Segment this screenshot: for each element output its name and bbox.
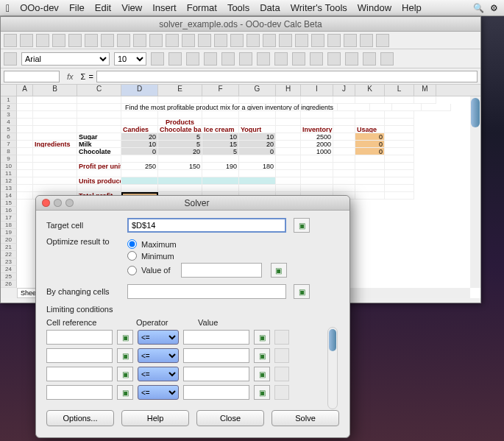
row-header[interactable]: 14 [1, 192, 17, 200]
toolbar-button[interactable] [279, 34, 292, 47]
cond-delete-button[interactable] [274, 348, 289, 363]
menu-data[interactable]: Data [260, 2, 280, 13]
toolbar-button[interactable] [133, 34, 146, 47]
row-header[interactable]: 3 [1, 111, 17, 119]
cond-cellref-input[interactable] [46, 385, 113, 400]
menu-app[interactable]: OOo-dev [20, 2, 59, 13]
row-header[interactable]: 10 [1, 163, 17, 170]
cell[interactable]: 2500 [301, 133, 333, 141]
row-header[interactable]: 9 [1, 155, 17, 163]
col-header[interactable]: B [33, 85, 77, 96]
cell[interactable]: 180 [239, 163, 276, 170]
cell[interactable]: 0 [239, 148, 276, 155]
vertical-scrollbar[interactable] [470, 96, 480, 288]
percent-button[interactable] [292, 52, 305, 66]
cell[interactable]: 150 [158, 163, 202, 170]
shrink-icon[interactable]: ▣ [254, 348, 270, 363]
help-button[interactable]: Help [121, 410, 189, 426]
row-header[interactable]: 17 [1, 214, 17, 222]
cell[interactable]: 20 [239, 141, 276, 148]
col-header[interactable]: G [239, 85, 276, 96]
cond-delete-button[interactable] [274, 367, 289, 381]
cond-value-input[interactable] [183, 330, 249, 345]
cell[interactable]: 0 [121, 148, 158, 155]
menubar-extra-icon[interactable]: ⚙ [490, 3, 498, 13]
row-header[interactable]: 2 [1, 104, 17, 111]
radio-valueof[interactable]: Value of ▣ [127, 263, 287, 278]
cond-operator-select[interactable]: <= [138, 330, 179, 345]
style-button[interactable] [4, 52, 17, 66]
conditions-scrollbar[interactable] [327, 327, 338, 409]
toolbar-button[interactable] [246, 34, 260, 47]
cell[interactable]: 250 [121, 163, 158, 170]
fx-icon[interactable]: fx [63, 72, 78, 81]
toolbar-button[interactable] [214, 34, 227, 47]
shrink-icon[interactable]: ▣ [254, 367, 270, 381]
toolbar-button[interactable] [198, 34, 211, 47]
cells-area[interactable]: Find the most profitable product mix for… [17, 96, 470, 200]
toolbar-button[interactable] [360, 34, 373, 47]
toolbar-button[interactable] [149, 34, 163, 47]
cell[interactable] [158, 177, 202, 185]
cond-operator-select[interactable]: <= [138, 348, 179, 363]
cond-cellref-input[interactable] [46, 367, 113, 381]
align-button[interactable] [239, 52, 252, 66]
format-button[interactable] [363, 52, 376, 66]
valueof-input[interactable] [181, 263, 262, 278]
toolbar-button[interactable] [36, 34, 49, 47]
changing-cells-input[interactable] [127, 284, 286, 299]
row-header[interactable]: 8 [1, 148, 17, 155]
cell[interactable] [121, 177, 158, 185]
toolbar-button[interactable] [327, 34, 341, 47]
menu-insert[interactable]: Insert [152, 2, 177, 13]
align-button[interactable] [204, 52, 217, 66]
shrink-icon[interactable]: ▣ [294, 218, 310, 233]
cond-delete-button[interactable] [274, 330, 289, 345]
cond-cellref-input[interactable] [46, 348, 113, 363]
shrink-icon[interactable]: ▣ [254, 385, 270, 400]
underline-button[interactable] [186, 52, 199, 66]
shrink-icon[interactable]: ▣ [117, 367, 133, 381]
cell[interactable]: 5 [158, 141, 202, 148]
font-name-select[interactable]: Arial [21, 52, 110, 66]
menu-edit[interactable]: Edit [95, 2, 111, 13]
col-header[interactable]: D [121, 85, 158, 96]
dialog-titlebar[interactable]: Solver [36, 196, 349, 211]
font-size-select[interactable]: 10 [114, 52, 146, 66]
row-header[interactable]: 13 [1, 185, 17, 192]
format-button[interactable] [310, 52, 323, 66]
row-header[interactable]: 19 [1, 229, 17, 236]
name-box[interactable] [4, 71, 60, 82]
toolbar-button[interactable] [85, 34, 98, 47]
menu-writers-tools[interactable]: Writer's Tools [291, 2, 347, 13]
cell[interactable]: 10 [121, 141, 158, 148]
toolbar-button[interactable] [182, 34, 195, 47]
cell[interactable] [202, 177, 239, 185]
cell[interactable]: 10 [239, 133, 276, 141]
row-header[interactable]: 26 [1, 281, 17, 288]
cond-value-input[interactable] [183, 348, 249, 363]
toolbar-button[interactable] [230, 34, 244, 47]
cond-operator-select[interactable]: <= [138, 385, 179, 400]
column-headers[interactable]: A B C D E F G H I J K L M [1, 85, 480, 96]
row-headers[interactable]: 1234567891011121314151617181920212223242… [1, 96, 17, 298]
cell[interactable]: 0 [355, 133, 385, 141]
row-header[interactable]: 20 [1, 236, 17, 244]
format-button[interactable] [380, 52, 394, 66]
cond-delete-button[interactable] [274, 385, 289, 400]
shrink-icon[interactable]: ▣ [254, 330, 270, 345]
col-header[interactable]: A [17, 85, 33, 96]
align-button[interactable] [221, 52, 235, 66]
align-button[interactable] [257, 52, 270, 66]
row-header[interactable]: 15 [1, 200, 17, 207]
toolbar-button[interactable] [20, 34, 33, 47]
toolbar-button[interactable] [263, 34, 276, 47]
cond-cellref-input[interactable] [46, 330, 113, 345]
cell[interactable]: 15 [202, 141, 239, 148]
row-header[interactable]: 23 [1, 258, 17, 266]
cond-value-input[interactable] [183, 367, 249, 381]
radio-minimum[interactable]: Minimum [127, 251, 287, 261]
cond-value-input[interactable] [183, 385, 249, 400]
col-header[interactable]: M [414, 85, 436, 96]
cell[interactable]: 190 [202, 163, 239, 170]
